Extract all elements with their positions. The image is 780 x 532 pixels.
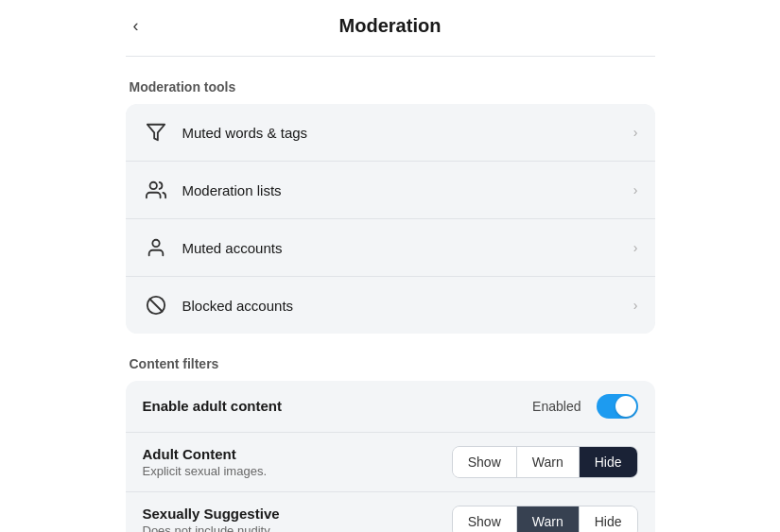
sexually-suggestive-row: Sexually Suggestive Does not include nud… bbox=[126, 492, 655, 532]
svg-marker-0 bbox=[147, 125, 164, 141]
content-filters-section: Content filters Enable adult content Ena… bbox=[126, 356, 655, 532]
adult-content-title: Adult Content bbox=[143, 446, 452, 462]
user-icon bbox=[143, 234, 169, 261]
users-icon bbox=[143, 177, 169, 203]
blocked-accounts-item[interactable]: Blocked accounts › bbox=[126, 277, 655, 334]
suggestive-show-button[interactable]: Show bbox=[453, 506, 517, 532]
svg-line-4 bbox=[149, 300, 162, 312]
adult-warn-button[interactable]: Warn bbox=[517, 447, 580, 477]
suggestive-btn-group: Show Warn Hide bbox=[452, 506, 638, 532]
svg-point-2 bbox=[152, 240, 159, 247]
block-icon bbox=[143, 292, 169, 318]
adult-content-toggle[interactable] bbox=[597, 394, 638, 419]
header: ‹ Moderation bbox=[126, 0, 655, 57]
suggestive-hide-button[interactable]: Hide bbox=[580, 506, 637, 532]
moderation-tools-section: Moderation tools Muted words & tags › bbox=[126, 79, 655, 334]
chevron-right-icon: › bbox=[633, 182, 638, 197]
sexually-suggestive-title: Sexually Suggestive bbox=[143, 506, 452, 522]
muted-words-label: Muted words & tags bbox=[182, 125, 633, 141]
toggle-enabled-label: Enabled bbox=[532, 399, 581, 414]
adult-content-btn-group: Show Warn Hide bbox=[452, 446, 638, 478]
suggestive-warn-button[interactable]: Warn bbox=[517, 506, 580, 532]
moderation-lists-label: Moderation lists bbox=[182, 182, 633, 198]
content-filters-label: Content filters bbox=[126, 356, 655, 371]
enable-adult-row: Enable adult content Enabled bbox=[126, 381, 655, 433]
adult-content-subtitle: Explicit sexual images. bbox=[143, 464, 452, 478]
muted-accounts-label: Muted accounts bbox=[182, 240, 633, 256]
chevron-right-icon: › bbox=[633, 298, 638, 313]
muted-accounts-item[interactable]: Muted accounts › bbox=[126, 219, 655, 277]
adult-content-row: Adult Content Explicit sexual images. Sh… bbox=[126, 433, 655, 492]
adult-hide-button[interactable]: Hide bbox=[580, 447, 637, 477]
chevron-right-icon: › bbox=[633, 240, 638, 255]
enable-adult-title: Enable adult content bbox=[143, 398, 533, 414]
muted-words-item[interactable]: Muted words & tags › bbox=[126, 104, 655, 162]
svg-point-1 bbox=[149, 182, 156, 189]
chevron-right-icon: › bbox=[633, 125, 638, 140]
adult-show-button[interactable]: Show bbox=[453, 447, 517, 477]
content-filters-card: Enable adult content Enabled Adult Conte… bbox=[126, 381, 655, 532]
page-title: Moderation bbox=[339, 15, 442, 37]
moderation-lists-item[interactable]: Moderation lists › bbox=[126, 162, 655, 219]
sexually-suggestive-subtitle: Does not include nudity. bbox=[143, 523, 452, 532]
moderation-tools-label: Moderation tools bbox=[126, 79, 655, 94]
filter-icon bbox=[143, 119, 169, 146]
toggle-knob bbox=[615, 396, 636, 417]
back-button[interactable]: ‹ bbox=[126, 12, 147, 40]
back-icon: ‹ bbox=[133, 16, 139, 35]
moderation-tools-card: Muted words & tags › Moderation lists › bbox=[126, 104, 655, 334]
blocked-accounts-label: Blocked accounts bbox=[182, 298, 633, 314]
